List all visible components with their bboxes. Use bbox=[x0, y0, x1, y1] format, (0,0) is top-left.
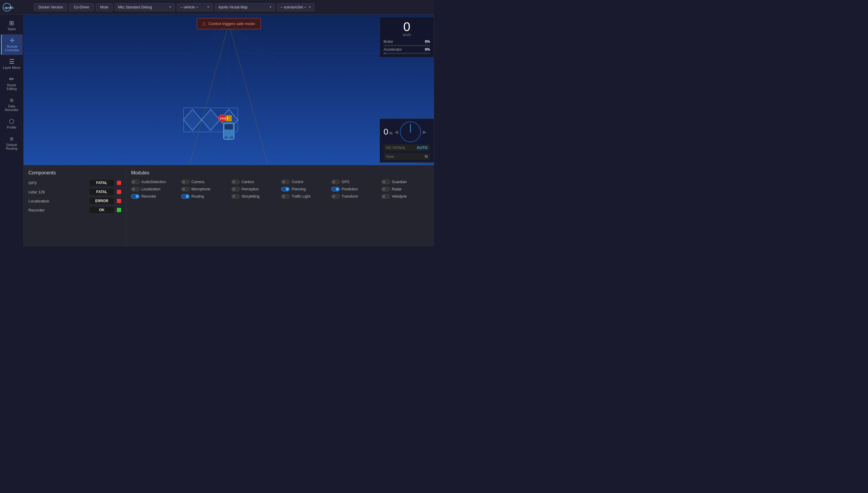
component-row: Lidar 128 FATAL bbox=[28, 189, 121, 195]
module-item[interactable]: Microphone bbox=[181, 187, 229, 191]
module-toggle[interactable] bbox=[231, 180, 240, 184]
module-item[interactable]: Transform bbox=[331, 194, 379, 198]
sidebar-item-default-routing[interactable]: ≡ Default Routing bbox=[1, 133, 23, 153]
module-name: Guardian bbox=[392, 180, 406, 184]
tasks-icon: ⊞ bbox=[9, 20, 14, 26]
module-toggle[interactable] bbox=[131, 187, 140, 191]
vehicle-select[interactable]: -- vehicle -- ▼ bbox=[177, 3, 213, 11]
module-item[interactable]: Routing bbox=[181, 194, 229, 198]
module-toggle[interactable] bbox=[131, 180, 140, 184]
vehicle-model-select[interactable]: Mkz Standard Debug ▼ bbox=[115, 3, 175, 11]
module-item[interactable]: GPS bbox=[331, 180, 379, 184]
signal-row: NO SIGNAL AUTO bbox=[384, 144, 430, 151]
module-toggle-dot bbox=[332, 195, 335, 198]
module-toggle-dot bbox=[336, 188, 339, 191]
module-toggle[interactable] bbox=[331, 180, 340, 184]
sidebar-item-tasks[interactable]: ⊞ Tasks bbox=[1, 17, 23, 34]
module-toggle-dot bbox=[132, 188, 135, 191]
components-panel: Components GPS FATAL Lidar 128 FATAL Loc… bbox=[24, 165, 126, 246]
module-item[interactable]: Recorder bbox=[131, 194, 179, 198]
brake-value: 0% bbox=[425, 40, 430, 44]
module-name: Perception bbox=[242, 187, 259, 191]
module-toggle[interactable] bbox=[131, 194, 140, 198]
vehicle-arrow: ▼ bbox=[207, 5, 210, 9]
docker-version-button[interactable]: Docker Version bbox=[34, 3, 67, 11]
module-toggle[interactable] bbox=[381, 194, 390, 198]
route-editing-icon: ✏ bbox=[9, 76, 14, 82]
svg-text:apollo: apollo bbox=[4, 6, 13, 9]
alert-message: Control triggers safe mode: bbox=[208, 21, 256, 26]
steer-right-arrow[interactable]: ▶ bbox=[423, 129, 426, 135]
module-item[interactable]: Traffic Light bbox=[281, 194, 329, 198]
module-item[interactable]: Canbus bbox=[231, 180, 279, 184]
topbar: apollo Docker Version Co-Driver Mute Mkz… bbox=[0, 0, 434, 15]
module-item[interactable]: Planning bbox=[281, 187, 329, 191]
module-toggle-dot bbox=[232, 188, 235, 191]
module-name: Canbus bbox=[242, 180, 254, 184]
co-driver-button[interactable]: Co-Driver bbox=[69, 3, 94, 11]
sidebar-item-profile[interactable]: ⬡ Profile bbox=[1, 115, 23, 132]
module-toggle-dot bbox=[382, 195, 385, 198]
module-item[interactable]: Camera bbox=[181, 180, 229, 184]
module-item[interactable]: AudioDetection bbox=[131, 180, 179, 184]
3d-view[interactable]: STOP ! ⚠ Control triggers safe mode: 0 k… bbox=[24, 15, 434, 165]
module-toggle[interactable] bbox=[181, 187, 190, 191]
module-toggle-dot bbox=[232, 195, 235, 198]
sidebar-item-module-controller[interactable]: ✛ Module Controller bbox=[1, 35, 23, 55]
module-name: Velodyne bbox=[392, 194, 406, 198]
module-controller-icon: ✛ bbox=[10, 37, 15, 43]
gear-value: N bbox=[425, 154, 428, 159]
module-name: Camera bbox=[191, 180, 204, 184]
module-toggle[interactable] bbox=[181, 180, 190, 184]
bottom-panel: Components GPS FATAL Lidar 128 FATAL Loc… bbox=[24, 165, 434, 246]
component-name: Recorder bbox=[28, 208, 56, 212]
steering-wheel bbox=[400, 121, 421, 143]
module-toggle[interactable] bbox=[331, 187, 340, 191]
data-recorder-icon: ≡ bbox=[10, 97, 14, 103]
sidebar-item-layer-menu[interactable]: ☰ Layer Menu bbox=[1, 56, 23, 72]
steering-unit: % bbox=[389, 131, 392, 135]
module-toggle[interactable] bbox=[331, 194, 340, 198]
speed-unit: km/h bbox=[384, 33, 430, 37]
module-toggle-dot bbox=[132, 180, 135, 184]
sidebar-item-route-editing[interactable]: ✏ Route Editing bbox=[1, 73, 23, 93]
module-toggle-dot bbox=[182, 180, 185, 184]
module-toggle[interactable] bbox=[231, 194, 240, 198]
scenario-select[interactable]: -- scenarioSet -- ▼ bbox=[277, 3, 315, 11]
module-toggle[interactable] bbox=[381, 180, 390, 184]
steering-panel: 0 % ◀ ▶ NO SIGNAL AUTO Gear N bbox=[380, 119, 434, 163]
module-name: Traffic Light bbox=[291, 194, 310, 198]
module-item[interactable]: Prediction bbox=[331, 187, 379, 191]
module-name: Localization bbox=[141, 187, 160, 191]
module-item[interactable]: Localization bbox=[131, 187, 179, 191]
module-item[interactable]: Control bbox=[281, 180, 329, 184]
sidebar-item-tasks-label: Tasks bbox=[7, 27, 16, 31]
component-name: GPS bbox=[28, 181, 56, 185]
module-item[interactable]: Guardian bbox=[381, 180, 429, 184]
map-select[interactable]: Apollo Virutal Map ▼ bbox=[215, 3, 275, 11]
module-item[interactable]: Velodyne bbox=[381, 194, 429, 198]
vehicle-model-label: Mkz Standard Debug bbox=[118, 5, 152, 9]
steer-left-arrow[interactable]: ◀ bbox=[395, 129, 398, 135]
steering-value: 0 bbox=[384, 127, 388, 136]
module-name: Prediction bbox=[342, 187, 358, 191]
module-toggle[interactable] bbox=[281, 194, 290, 198]
status-badge: FATAL bbox=[90, 180, 114, 186]
module-toggle[interactable] bbox=[181, 194, 190, 198]
component-name: Lidar 128 bbox=[28, 190, 56, 194]
module-item[interactable]: Perception bbox=[231, 187, 279, 191]
component-row: GPS FATAL bbox=[28, 180, 121, 186]
sidebar-item-route-label: Route Editing bbox=[2, 83, 21, 90]
module-toggle[interactable] bbox=[231, 187, 240, 191]
mute-button[interactable]: Mute bbox=[96, 3, 113, 11]
component-name: Localization bbox=[28, 199, 56, 203]
module-toggle[interactable] bbox=[281, 187, 290, 191]
module-toggle[interactable] bbox=[281, 180, 290, 184]
svg-rect-37 bbox=[229, 136, 233, 139]
module-item[interactable]: Radar bbox=[381, 187, 429, 191]
scenario-label: -- scenarioSet -- bbox=[280, 5, 306, 9]
module-toggle[interactable] bbox=[381, 187, 390, 191]
sidebar-item-profile-label: Profile bbox=[7, 126, 16, 129]
module-item[interactable]: Storytelling bbox=[231, 194, 279, 198]
sidebar-item-data-recorder[interactable]: ≡ Data Recorder bbox=[1, 94, 23, 115]
